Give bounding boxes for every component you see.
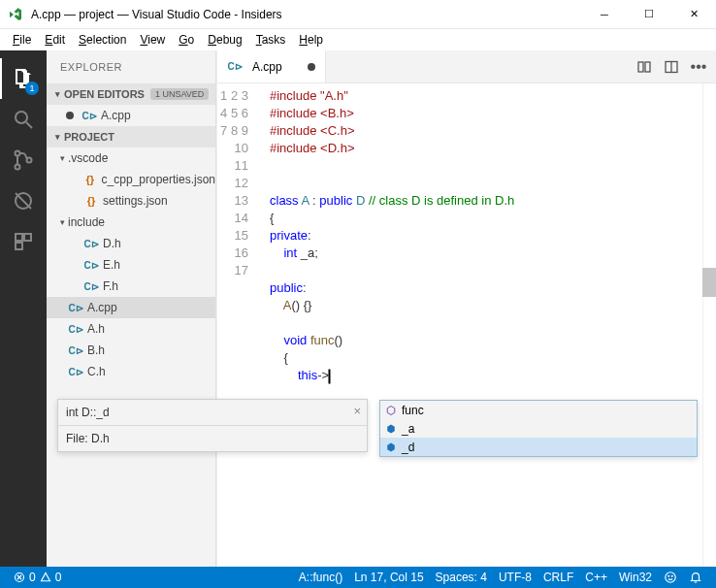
svg-rect-7 [16,234,22,241]
menu-selection[interactable]: Selection [72,31,133,49]
menu-tasks[interactable]: Tasks [249,31,293,49]
tree-item-d-h[interactable]: C⊳D.h [47,233,215,254]
split-editor-button[interactable] [660,55,683,79]
status-eol[interactable]: CRLF [537,571,579,584]
code-content[interactable]: #include "A.h" #include <B.h> #include <… [258,83,716,567]
open-editor-item[interactable]: C⊳A.cpp [47,105,215,126]
svg-point-4 [27,158,32,163]
menu-edit[interactable]: Edit [38,31,72,49]
editor-tabs: C⊳ A.cpp ••• [217,50,716,83]
field-icon [384,422,398,436]
tree-item-include[interactable]: ▾include [47,212,215,233]
menu-file[interactable]: File [6,31,38,49]
project-section[interactable]: ▾ PROJECT [47,126,215,147]
status-indentation[interactable]: Spaces: 4 [430,571,493,584]
svg-rect-9 [16,243,22,249]
method-icon [384,404,398,417]
status-bar: 0 0 A::func() Ln 17, Col 15 Spaces: 4 UT… [0,567,716,588]
status-scope[interactable]: A::func() [293,571,348,584]
menubar: FileEditSelectionViewGoDebugTasksHelp [0,29,716,50]
activity-scm-button[interactable] [0,140,47,180]
explorer-title: EXPLORER [47,50,215,83]
menu-view[interactable]: View [133,31,172,49]
tree-item-settings-json[interactable]: {}settings.json [47,190,215,212]
svg-rect-8 [24,234,31,241]
status-config[interactable]: Win32 [613,571,658,584]
menu-help[interactable]: Help [292,31,330,49]
window-title: A.cpp — project — Visual Studio Code - I… [31,8,282,21]
suggestion-_a[interactable]: _a [380,419,697,438]
svg-point-19 [671,575,672,576]
more-actions-button[interactable]: ••• [687,55,710,79]
overview-ruler[interactable] [702,83,716,567]
tree-item-f-h[interactable]: C⊳F.h [47,276,215,297]
tree-item-a-h[interactable]: C⊳A.h [47,318,215,340]
cpp-file-icon: C⊳ [227,59,243,75]
cpp-file-icon: C⊳ [68,364,83,379]
activity-bar: 1 [0,50,47,567]
tree-item-c-h[interactable]: C⊳C.h [47,361,215,382]
tree-item-a-cpp[interactable]: C⊳A.cpp [47,297,215,318]
cpp-file-icon: C⊳ [83,236,99,251]
svg-point-0 [16,112,27,123]
suggest-widget[interactable]: func_a_d [379,400,698,457]
status-problems[interactable]: 0 0 [8,567,67,588]
suggestion-func[interactable]: func [380,401,697,419]
cpp-file-icon: C⊳ [81,108,97,123]
line-number-gutter: 1 2 3 4 5 6 7 8 9 10 11 12 13 14 15 16 1… [217,83,258,567]
svg-rect-11 [645,62,650,72]
json-file-icon: {} [82,172,98,187]
status-language[interactable]: C++ [579,571,613,584]
svg-point-3 [16,165,20,170]
svg-line-1 [26,122,32,128]
open-editors-section[interactable]: ▾ OPEN EDITORS 1 UNSAVED [47,83,215,105]
tree-item-e-h[interactable]: C⊳E.h [47,254,215,276]
dirty-indicator-icon [308,63,315,71]
cpp-file-icon: C⊳ [83,257,99,273]
activity-debug-button[interactable] [0,180,47,221]
code-editor[interactable]: 1 2 3 4 5 6 7 8 9 10 11 12 13 14 15 16 1… [217,83,716,567]
cpp-file-icon: C⊳ [83,278,99,294]
tab-a-cpp[interactable]: C⊳ A.cpp [217,50,326,82]
cpp-file-icon: C⊳ [68,300,83,315]
status-cursor-position[interactable]: Ln 17, Col 15 [348,571,429,584]
cpp-file-icon: C⊳ [68,343,83,358]
activity-search-button[interactable] [0,99,47,140]
explorer-sidebar: EXPLORER ▾ OPEN EDITORS 1 UNSAVED C⊳A.cp… [47,50,216,567]
status-notifications-button[interactable] [683,571,708,584]
status-feedback-button[interactable] [658,571,683,584]
svg-point-2 [16,151,20,156]
tree-item-b-h[interactable]: C⊳B.h [47,340,215,361]
svg-point-17 [666,572,676,583]
window-maximize-button[interactable]: ☐ [627,0,671,29]
menu-debug[interactable]: Debug [201,31,248,49]
window-minimize-button[interactable]: ─ [582,0,627,29]
activity-explorer-button[interactable]: 1 [0,58,47,99]
editor-group: C⊳ A.cpp ••• 1 2 3 4 5 6 7 8 9 10 11 12 … [216,50,716,567]
dirty-dot-icon [62,108,78,123]
activity-extensions-button[interactable] [0,221,47,262]
svg-point-18 [668,575,669,576]
menu-go[interactable]: Go [172,31,201,49]
json-file-icon: {} [83,193,99,209]
window-close-button[interactable]: ✕ [671,0,716,29]
tree-item--vscode[interactable]: ▾.vscode [47,147,215,169]
explorer-badge: 1 [25,82,39,95]
tree-item-c-cpp-properties-json[interactable]: {}c_cpp_properties.json [47,169,215,190]
status-encoding[interactable]: UTF-8 [493,571,537,584]
parameter-hint-widget: × int D::_d File: D.h [57,399,368,452]
vscode-icon [8,7,23,22]
window-titlebar: A.cpp — project — Visual Studio Code - I… [0,0,716,29]
suggestion-_d[interactable]: _d [380,438,697,456]
close-icon[interactable]: × [353,404,361,418]
svg-rect-10 [638,62,643,72]
cpp-file-icon: C⊳ [68,321,83,337]
compare-changes-button[interactable] [633,55,656,79]
field-icon [384,441,398,454]
